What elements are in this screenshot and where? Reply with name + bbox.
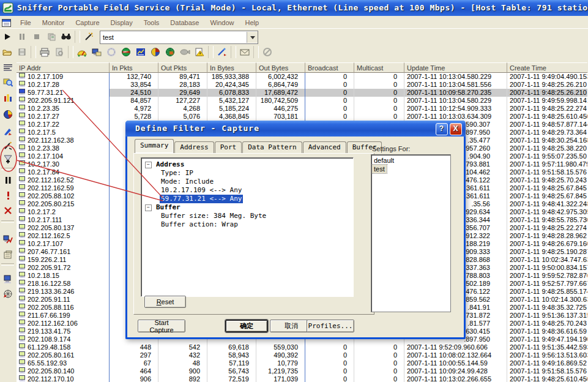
decode-button[interactable]	[237, 45, 252, 59]
table-row[interactable]: 59.77.31.2124,51029,6496,078,83317,689,4…	[17, 89, 588, 97]
properties-button[interactable]	[2, 249, 14, 261]
dialog-title-bar[interactable]: Define Filter - Capture ? X	[125, 121, 466, 137]
tree-item[interactable]: Mode: Include	[160, 178, 353, 186]
tree-item[interactable]: Buffer size: 384 Meg. Byte	[160, 212, 353, 220]
print-button[interactable]	[37, 45, 52, 59]
alarm-exclamation-button[interactable]	[2, 189, 14, 201]
column-header[interactable]: In Bytes	[207, 62, 256, 73]
column-header[interactable]: Create Time	[507, 62, 587, 73]
host-traffic-button[interactable]	[2, 233, 14, 245]
column-header[interactable]: Out Bytes	[256, 62, 305, 73]
menu-item-display[interactable]: Display	[105, 18, 138, 28]
print-preview-button[interactable]	[52, 45, 67, 59]
history-samples-button[interactable]	[133, 45, 148, 59]
pause-button-side[interactable]	[2, 174, 14, 186]
profiles-button[interactable]: Profiles...	[307, 320, 354, 332]
pause-capture-button[interactable]	[15, 30, 29, 43]
global-statistics-button[interactable]	[163, 45, 177, 59]
save-button[interactable]	[15, 45, 29, 59]
art-button[interactable]: ART	[119, 45, 133, 59]
define-filter-button[interactable]	[215, 45, 229, 59]
table-row[interactable]: 10.2.17.275,7285,0764,368,845703,1810020…	[17, 113, 588, 121]
table-row[interactable]: 65.55.192.93674857,11910,779002007-1-11 …	[17, 359, 588, 367]
tree-item[interactable]: Buffer action: Wrap	[160, 220, 353, 229]
find-button[interactable]	[59, 30, 73, 43]
ip-addr-cell: 207.46.77.161	[17, 248, 110, 256]
tree-collapse-icon[interactable]: −	[145, 204, 152, 211]
computer-button[interactable]	[2, 273, 14, 285]
mdi-child-icon[interactable]	[2, 18, 11, 26]
table-row[interactable]: 10.2.17.109132,74089,471185,933,3886,002…	[17, 73, 588, 81]
update-time-cell: 2007-1-11 10:13:04.581.556	[404, 81, 507, 89]
host-table-button[interactable]	[89, 45, 104, 59]
detail-view-button[interactable]	[2, 61, 14, 73]
start-capture-button[interactable]	[0, 30, 15, 43]
computer-icon	[19, 359, 26, 367]
menu-item-file[interactable]: File	[15, 18, 37, 28]
menu-item-monitor[interactable]: Monitor	[37, 18, 70, 28]
settings-list-item[interactable]: test	[372, 165, 387, 173]
table-row[interactable]: 10.2.17.2833,85428,18320,424,3456,864,74…	[17, 81, 588, 89]
menu-item-capture[interactable]: Capture	[70, 18, 105, 28]
pie-chart-button[interactable]	[2, 108, 14, 121]
tree-item[interactable]: 10.2.17.109 <--> Any	[160, 186, 353, 195]
create-time-cell: 2007-1-11 9:48:42.975.305	[507, 208, 587, 216]
column-header[interactable]: In Pkts	[110, 62, 158, 73]
filter-wizard-button[interactable]	[81, 30, 96, 43]
filter-profile-combobox[interactable]: test	[100, 31, 258, 44]
settings-list-item[interactable]: default	[372, 156, 450, 165]
computer-icon	[19, 176, 26, 184]
menu-item-database[interactable]: Database	[165, 18, 204, 28]
column-header[interactable]: Multicast	[354, 62, 404, 73]
bar-chart-button[interactable]	[2, 91, 14, 103]
start-capture-dialog-button[interactable]: Start Capture	[138, 320, 185, 332]
app-window: Sniffer Portable Field Service (Trial Mo…	[0, 0, 588, 382]
alarm-log-button[interactable]	[192, 45, 207, 59]
tab-port[interactable]: Port	[215, 141, 242, 153]
dashboard-button[interactable]	[75, 45, 89, 59]
protocol-pie-button[interactable]	[148, 45, 163, 59]
combobox-dropdown-button[interactable]	[247, 32, 258, 43]
expert-button[interactable]	[177, 45, 192, 59]
delete-x-button[interactable]	[2, 204, 14, 217]
ok-button[interactable]: 确定	[225, 320, 268, 332]
define-filter-funnel-button[interactable]	[2, 153, 14, 165]
column-header[interactable]: IP Addr	[17, 62, 110, 73]
matrix-button[interactable]	[104, 45, 119, 59]
tab-summary[interactable]: Summary	[135, 139, 174, 153]
matrix-brush-button[interactable]	[2, 125, 14, 138]
host-explorer-button[interactable]	[2, 76, 14, 88]
tree-item[interactable]: −Buffer	[144, 203, 353, 212]
table-cell: 297	[110, 351, 158, 359]
close-icon[interactable]: X	[450, 123, 462, 135]
tree-item[interactable]: −Address	[144, 160, 353, 169]
menu-item-help[interactable]: Help	[240, 18, 265, 28]
cancel-button[interactable]	[260, 45, 275, 59]
tab-data-pattern[interactable]: Data Pattern	[242, 141, 302, 153]
column-header[interactable]: Broadcast	[305, 62, 354, 73]
open-button[interactable]	[0, 45, 15, 59]
column-header[interactable]: Out Pkts	[158, 62, 207, 73]
stop-capture-button[interactable]	[29, 30, 44, 43]
help-button[interactable]: ?	[436, 123, 448, 135]
tree-collapse-icon[interactable]: −	[145, 162, 152, 168]
tree-item[interactable]: Type: IP	[160, 169, 353, 178]
menu-item-window[interactable]: Window	[204, 18, 239, 28]
table-row[interactable]: 202.205.80.14046490056,7431,219,73500200…	[17, 367, 588, 375]
table-row[interactable]: 10.2.23.354,9724,2685,185,224446,2750020…	[17, 105, 588, 113]
table-row[interactable]: 61.129.48.15844854269,618559,030002007-1…	[17, 343, 588, 351]
table-row[interactable]: 202.205.80.16129743258,943490,392002007-…	[17, 351, 588, 359]
tab-address[interactable]: Address	[174, 141, 214, 153]
filter-wizard-button-side[interactable]	[2, 140, 14, 152]
web-capture-button[interactable]	[2, 288, 14, 300]
menu-item-tools[interactable]: Tools	[138, 18, 165, 28]
table-row[interactable]: 202.112.170.1090689272,519171,039002007-…	[17, 375, 588, 382]
tree-item[interactable]: 59.77.31.21 <--> Any	[160, 195, 353, 203]
reset-button[interactable]: Reset	[144, 296, 186, 308]
column-header[interactable]: Update Time	[404, 62, 507, 73]
settings-for-listbox[interactable]: defaulttest	[371, 154, 451, 312]
capture-panel-button[interactable]	[44, 30, 59, 43]
table-row[interactable]: 202.205.91.12184,857127,2275,432,127180,…	[17, 97, 588, 105]
tab-advanced[interactable]: Advanced	[303, 141, 346, 153]
ip-addr-cell: 202.205.80.215	[17, 200, 110, 208]
